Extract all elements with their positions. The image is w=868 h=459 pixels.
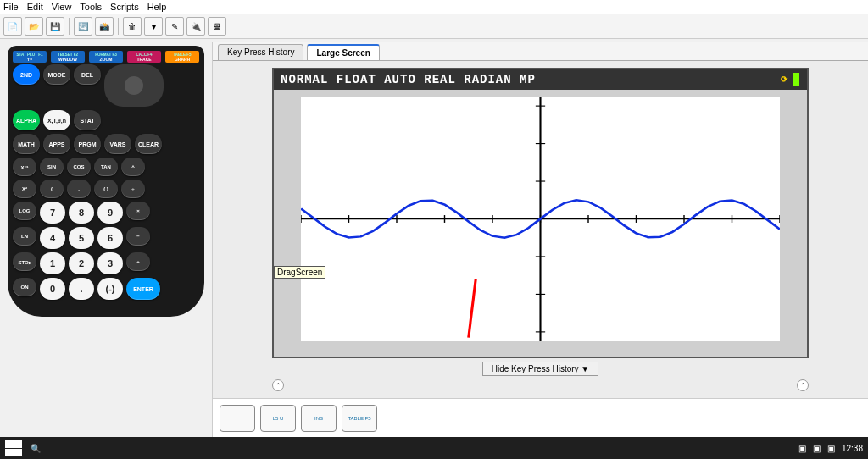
- key-enter[interactable]: ENTER: [126, 278, 160, 300]
- menu-edit[interactable]: Edit: [27, 2, 43, 12]
- tool-trash-icon[interactable]: 🗑: [123, 17, 142, 36]
- taskbar-clock[interactable]: 12:38: [842, 444, 863, 453]
- key-add[interactable]: +: [126, 252, 150, 271]
- key-math[interactable]: MATH: [13, 134, 40, 154]
- key-vars[interactable]: VARS: [104, 134, 131, 154]
- tool-capture-icon[interactable]: 📸: [95, 17, 114, 36]
- tool-new-icon[interactable]: 📄: [3, 17, 22, 36]
- menu-view[interactable]: View: [52, 2, 72, 12]
- key-1[interactable]: 1: [40, 252, 65, 274]
- key-dot[interactable]: .: [69, 278, 94, 300]
- search-icon[interactable]: 🔍: [31, 444, 41, 453]
- menu-scripts[interactable]: Scripts: [110, 2, 139, 12]
- calculator-lcd[interactable]: NORMAL FLOAT AUTO REAL RADIAN MP ⟳ DragS…: [272, 68, 809, 358]
- key-2nd[interactable]: 2ND: [13, 64, 40, 85]
- key-9[interactable]: 9: [97, 202, 123, 224]
- key-tan[interactable]: TAN: [94, 158, 118, 176]
- key-pow[interactable]: ^: [121, 158, 145, 176]
- menu-help[interactable]: Help: [147, 2, 167, 12]
- battery-icon: [792, 72, 800, 87]
- key-x2[interactable]: X²: [13, 180, 36, 198]
- fkey-y-equals[interactable]: STAT PLOT F1Y=: [13, 51, 47, 63]
- key-ln[interactable]: LN: [13, 227, 36, 246]
- fkey-trace[interactable]: CALC F4TRACE: [127, 51, 161, 63]
- key-6[interactable]: 6: [97, 227, 123, 249]
- tab-key-press-history[interactable]: Key Press History: [218, 44, 303, 60]
- key-del[interactable]: DEL: [74, 64, 101, 85]
- key-sin[interactable]: SIN: [40, 158, 64, 176]
- key-apps[interactable]: APPS: [43, 134, 70, 154]
- start-button-icon[interactable]: [5, 440, 22, 456]
- key-paren2[interactable]: ( ): [94, 180, 118, 198]
- history-key-5[interactable]: L5 U5: [260, 405, 296, 432]
- calculator-panel: STAT PLOT F1Y= TBLSET F2WINDOW FORMAT F3…: [0, 42, 212, 437]
- right-panel: Key Press History Large Screen NORMAL FL…: [212, 42, 868, 437]
- tool-open-icon[interactable]: 📂: [25, 17, 43, 36]
- tool-print-icon[interactable]: 🖶: [208, 17, 226, 36]
- menu-file[interactable]: File: [3, 2, 19, 12]
- key-prgm[interactable]: PRGM: [74, 134, 101, 154]
- key-5[interactable]: 5: [69, 227, 94, 249]
- hide-key-press-history-button[interactable]: Hide Key Press History ▼: [482, 362, 598, 376]
- tray-app-icon[interactable]: ▣: [827, 444, 835, 453]
- key-mul[interactable]: ×: [126, 202, 150, 220]
- key-sub[interactable]: −: [126, 227, 150, 246]
- lcd-status-bar: NORMAL FLOAT AUTO REAL RADIAN MP ⟳: [274, 69, 807, 90]
- key-comma[interactable]: ,: [67, 180, 91, 198]
- history-scroll-right-icon[interactable]: ⌃: [797, 379, 809, 391]
- key-2[interactable]: 2: [69, 252, 94, 274]
- key-neg[interactable]: (-): [97, 278, 123, 300]
- key-on[interactable]: ON: [13, 278, 36, 296]
- menu-tools[interactable]: Tools: [80, 2, 102, 12]
- key-clear[interactable]: CLEAR: [135, 134, 162, 154]
- tool-refresh-icon[interactable]: 🔄: [74, 17, 92, 36]
- tray-app-icon[interactable]: ▣: [813, 444, 821, 453]
- history-key-del[interactable]: INSDEL: [301, 405, 337, 432]
- key-3[interactable]: 3: [97, 252, 123, 274]
- key-stat[interactable]: STAT: [74, 110, 101, 130]
- key-sto[interactable]: STO▸: [13, 252, 36, 271]
- key-mode[interactable]: MODE: [43, 64, 70, 85]
- sync-icon: ⟳: [781, 75, 788, 85]
- tool-edit-icon[interactable]: ✎: [165, 17, 184, 36]
- key-div[interactable]: ÷: [121, 180, 145, 198]
- menubar: File Edit View Tools Scripts Help: [0, 0, 868, 14]
- key-log[interactable]: LOG: [13, 202, 36, 220]
- windows-taskbar[interactable]: 🔍 ▣ ▣ ▣ 12:38: [0, 437, 868, 459]
- graph-canvas[interactable]: DragScreen: [301, 97, 780, 341]
- key-0[interactable]: 0: [40, 278, 65, 300]
- toolbar: 📄 📂 💾 🔄 📸 🗑 ▾ ✎ 🔌 🖶: [0, 14, 868, 39]
- fkey-zoom[interactable]: FORMAT F3ZOOM: [89, 51, 123, 63]
- tabbar: Key Press History Large Screen: [213, 42, 868, 61]
- calculator-body: STAT PLOT F1Y= TBLSET F2WINDOW FORMAT F3…: [8, 46, 204, 317]
- key-4[interactable]: 4: [40, 227, 65, 249]
- tab-large-screen[interactable]: Large Screen: [307, 44, 379, 60]
- tool-dropdown-icon[interactable]: ▾: [144, 17, 163, 36]
- key-8[interactable]: 8: [69, 202, 94, 224]
- key-alpha[interactable]: ALPHA: [13, 110, 40, 130]
- key-xt[interactable]: X,T,θ,n: [43, 110, 70, 130]
- key-paren[interactable]: (: [40, 180, 64, 198]
- tool-save-icon[interactable]: 💾: [46, 17, 64, 36]
- history-key-down[interactable]: ▼: [220, 405, 255, 432]
- key-xinv[interactable]: X⁻¹: [13, 158, 36, 176]
- tray-app-icon[interactable]: ▣: [798, 444, 806, 453]
- fkey-window[interactable]: TBLSET F2WINDOW: [51, 51, 85, 63]
- key-7[interactable]: 7: [40, 202, 65, 224]
- tool-connect-icon[interactable]: 🔌: [186, 17, 205, 36]
- drag-screen-tooltip: DragScreen: [274, 266, 326, 279]
- key-press-history-strip: ▼ L5 U5 INSDEL TABLE F5GRAPH: [213, 398, 868, 437]
- fkey-graph[interactable]: TABLE F5GRAPH: [165, 51, 199, 63]
- dpad[interactable]: [104, 64, 164, 107]
- lcd-status-text: NORMAL FLOAT AUTO REAL RADIAN MP: [281, 73, 536, 86]
- history-key-graph[interactable]: TABLE F5GRAPH: [342, 405, 377, 432]
- key-cos[interactable]: COS: [67, 158, 91, 176]
- history-scroll-left-icon[interactable]: ⌃: [272, 379, 284, 391]
